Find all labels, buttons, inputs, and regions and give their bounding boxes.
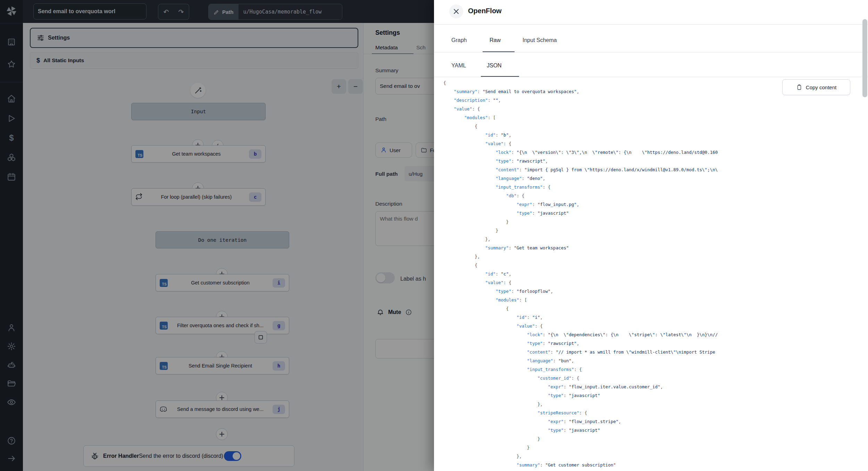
subtab-yaml[interactable]: YAML [451, 63, 466, 69]
tab-input-schema[interactable]: Input Schema [523, 37, 557, 43]
tab-raw[interactable]: Raw [490, 37, 501, 43]
divider [434, 77, 868, 77]
drawer-title: OpenFlow [468, 7, 502, 15]
openflow-drawer: OpenFlow Graph Raw Input Schema YAML JSO… [434, 0, 868, 471]
subtab-json[interactable]: JSON [487, 63, 502, 69]
windmill-flow-editor: $ Send email to overquota worl [0, 0, 868, 471]
code-block[interactable]: { "summary": "Send email to overquota wo… [443, 78, 860, 469]
scrollbar-thumb[interactable] [862, 19, 867, 97]
close-icon [453, 9, 459, 14]
tab-graph[interactable]: Graph [451, 37, 467, 43]
divider [434, 24, 868, 25]
divider [434, 52, 868, 52]
modal-dim-overlay[interactable] [0, 0, 434, 471]
close-drawer-button[interactable] [449, 5, 463, 18]
